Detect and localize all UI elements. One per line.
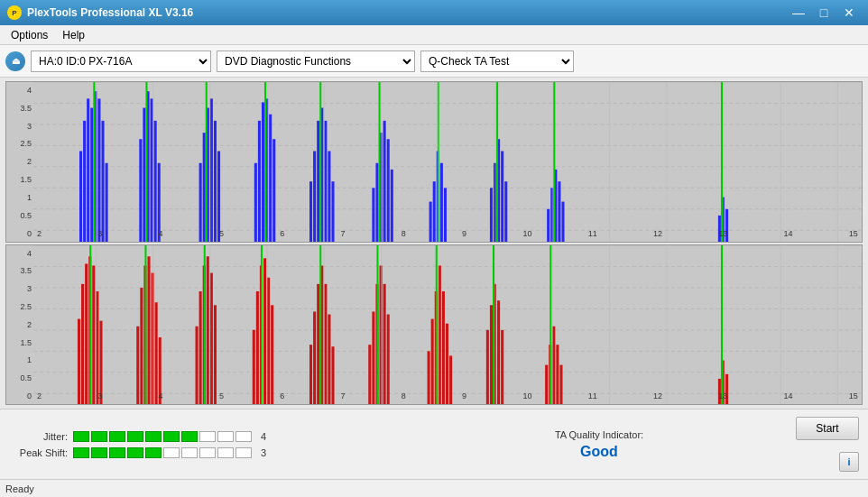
svg-rect-119	[210, 272, 213, 405]
jitter-progress	[73, 431, 252, 442]
svg-rect-34	[262, 102, 264, 242]
svg-rect-12	[90, 108, 93, 243]
app-icon: P	[7, 5, 22, 20]
bottom-chart-svg	[33, 245, 862, 406]
maximize-button[interactable]: □	[812, 5, 836, 21]
jitter-seg-6	[163, 431, 180, 442]
peak-seg-10	[235, 447, 252, 458]
svg-rect-19	[143, 108, 145, 243]
jitter-seg-7	[181, 431, 198, 442]
peak-seg-2	[91, 447, 107, 458]
svg-rect-50	[383, 121, 386, 243]
test-select[interactable]: Q-Check TA Test	[420, 51, 574, 72]
drive-select[interactable]: HA:0 ID:0 PX-716A	[31, 51, 211, 72]
peak-shift-progress	[73, 447, 252, 458]
status-text: Ready	[5, 483, 34, 494]
window-controls: — □ ✕	[787, 5, 861, 21]
peak-seg-1	[73, 447, 89, 458]
peak-seg-3	[109, 447, 125, 458]
top-chart-x-axis: 2 3 4 5 6 7 8 9 10 11 12 13 14 15	[33, 225, 862, 242]
svg-rect-111	[152, 272, 154, 405]
svg-rect-118	[207, 256, 209, 405]
minimize-button[interactable]: —	[787, 5, 810, 21]
svg-rect-33	[258, 121, 261, 243]
peak-seg-5	[145, 447, 162, 458]
peak-shift-value: 3	[261, 447, 266, 458]
info-button[interactable]: i	[839, 452, 859, 472]
svg-rect-147	[439, 265, 441, 405]
svg-rect-21	[151, 98, 153, 242]
status-bar: Ready	[0, 479, 868, 497]
svg-rect-140	[380, 265, 383, 405]
svg-rect-36	[269, 115, 272, 243]
peak-seg-9	[217, 447, 234, 458]
svg-rect-22	[154, 121, 157, 243]
jitter-seg-4	[127, 431, 143, 442]
svg-rect-15	[101, 121, 104, 243]
menu-bar: Options Help	[0, 25, 868, 45]
svg-rect-43	[324, 121, 327, 243]
svg-rect-125	[263, 258, 266, 405]
jitter-label: Jitter:	[9, 431, 68, 442]
jitter-seg-10	[235, 431, 252, 442]
svg-rect-10	[83, 121, 86, 243]
toolbar: ⏏ HA:0 ID:0 PX-716A DVD Diagnostic Funct…	[0, 45, 868, 78]
bottom-chart-y-axis: 4 3.5 3 2.5 2 1.5 1 0.5 0	[6, 245, 33, 405]
peak-seg-7	[181, 447, 198, 458]
peak-seg-4	[127, 447, 143, 458]
svg-rect-131	[317, 283, 319, 405]
svg-rect-110	[147, 256, 150, 405]
svg-rect-29	[214, 121, 217, 243]
function-select[interactable]: DVD Diagnostic Functions	[217, 51, 415, 72]
ta-quality-label: TA Quality Indicator:	[555, 429, 643, 440]
svg-rect-126	[267, 277, 270, 405]
jitter-value: 4	[261, 431, 266, 442]
title-bar-left: P PlexTools Professional XL V3.16	[7, 5, 193, 20]
jitter-seg-1	[73, 431, 89, 442]
right-panel: Start i	[796, 413, 859, 475]
jitter-seg-2	[91, 431, 107, 442]
svg-rect-41	[317, 121, 319, 243]
svg-rect-101	[85, 263, 88, 405]
svg-rect-141	[383, 283, 386, 405]
jitter-seg-5	[145, 431, 162, 442]
ta-quality-value: Good	[580, 444, 618, 460]
top-chart: 4 3.5 3 2.5 2 1.5 1 0.5 0	[5, 81, 863, 243]
close-button[interactable]: ✕	[837, 5, 861, 21]
svg-rect-11	[87, 98, 89, 242]
start-button[interactable]: Start	[796, 417, 859, 440]
svg-rect-14	[97, 98, 100, 242]
jitter-seg-8	[199, 431, 216, 442]
menu-options[interactable]: Options	[4, 27, 55, 43]
jitter-seg-3	[109, 431, 125, 442]
bottom-chart: 4 3.5 3 2.5 2 1.5 1 0.5 0	[5, 244, 863, 406]
peak-seg-6	[163, 447, 180, 458]
svg-rect-133	[324, 283, 327, 405]
bottom-panel: Jitter: 4 Peak Shift:	[0, 409, 868, 479]
svg-rect-100	[81, 283, 84, 405]
main-content: 4 3.5 3 2.5 2 1.5 1 0.5 0	[0, 78, 868, 409]
title-text: PlexTools Professional XL V3.16	[27, 6, 193, 19]
svg-rect-103	[92, 265, 95, 405]
peak-shift-label: Peak Shift:	[9, 447, 68, 458]
top-chart-svg	[33, 82, 862, 243]
drive-icon: ⏏	[5, 51, 25, 71]
top-chart-y-axis: 4 3.5 3 2.5 2 1.5 1 0.5 0	[6, 82, 33, 242]
peak-shift-row: Peak Shift: 3	[9, 447, 402, 458]
peak-seg-8	[199, 447, 216, 458]
svg-rect-28	[210, 98, 213, 242]
jitter-seg-9	[217, 431, 234, 442]
metrics-panel: Jitter: 4 Peak Shift:	[9, 431, 402, 458]
menu-help[interactable]: Help	[55, 27, 92, 43]
ta-quality-panel: TA Quality Indicator: Good	[402, 429, 796, 460]
jitter-row: Jitter: 4	[9, 431, 402, 442]
bottom-chart-x-axis: 2 3 4 5 6 7 8 9 10 11 12 13 14 15	[33, 388, 862, 404]
title-bar: P PlexTools Professional XL V3.16 — □ ✕	[0, 0, 868, 25]
